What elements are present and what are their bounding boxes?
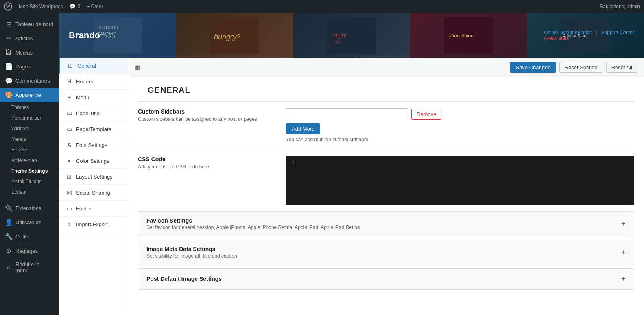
a-new-start-link[interactable]: A new start! (544, 35, 570, 41)
css-code-editor[interactable] (298, 156, 634, 205)
image-meta-desc: Set visibility for image alt, title and … (146, 253, 237, 259)
theme-nav-footer[interactable]: ▭ Footer (59, 201, 128, 217)
font-settings-nav-icon: A (65, 142, 73, 148)
code-editor-wrapper: 1 (286, 156, 634, 205)
css-code-desc: Add your custom CSS code here (138, 164, 276, 170)
sidebar-item-apparence[interactable]: 🎨 Apparence (0, 88, 59, 102)
comments-item[interactable]: 💬 0 (70, 4, 81, 9)
remove-sidebar-button[interactable]: Remove (411, 109, 441, 120)
grid-icon: ▦ (135, 63, 141, 71)
dashboard-label: Tableau de bord (15, 21, 53, 27)
import-export-nav-label: Import/Export (76, 221, 108, 228)
post-default-image-accordion-header[interactable]: Post Default Image Settings + (138, 269, 634, 289)
support-center-link[interactable]: Support Center (601, 30, 634, 35)
medias-label: Médias (15, 50, 33, 56)
layout-settings-nav-label: Layout Settings (76, 174, 113, 180)
submenu-arriere-plan[interactable]: Arrière-plan (0, 155, 59, 166)
theme-nav-header[interactable]: H Header (59, 74, 128, 90)
medias-icon: 🖼 (5, 49, 12, 56)
section-title: GENERAL (138, 77, 634, 101)
reduire-icon: « (5, 264, 12, 271)
general-section: GENERAL Custom Sidebars Custom sidebars … (128, 77, 644, 303)
color-settings-nav-icon: ● (65, 158, 73, 164)
image-meta-title: Image Meta Data Settings (146, 246, 237, 252)
add-more-button[interactable]: Add More (286, 123, 320, 134)
articles-icon: ✏ (5, 35, 12, 42)
custom-sidebars-label: Custom Sidebars (138, 108, 276, 115)
sidebar-item-utilisateurs[interactable]: 👤 Utilisateurs (0, 215, 59, 230)
image-meta-accordion-header[interactable]: Image Meta Data Settings Set visibility … (138, 240, 634, 265)
submenu-themes[interactable]: Thèmes (0, 102, 59, 113)
sidebar-item-pages[interactable]: 📄 Pages (0, 59, 59, 74)
theme-nav-general[interactable]: ⊞ General (59, 58, 128, 74)
sidebar-item-outils[interactable]: 🔧 Outils (0, 230, 59, 244)
theme-nav-import-export[interactable]: ↕ Import/Export (59, 217, 128, 232)
footer-nav-icon: ▭ (65, 205, 73, 212)
reset-section-button[interactable]: Reset Section (559, 62, 603, 73)
submenu-personnaliser[interactable]: Personnaliser (0, 113, 59, 123)
comments-count: 0 (78, 4, 81, 9)
theme-nav-page-title[interactable]: ▭ Page Title (59, 105, 128, 121)
favicon-expand-icon[interactable]: + (621, 219, 626, 229)
theme-toolbar: ▦ Save Changes Reset Section Reset All (128, 58, 644, 77)
post-default-image-accordion: Post Default Image Settings + (138, 268, 634, 290)
sidebar-item-commentaires[interactable]: 💬 Commentaires (0, 74, 59, 88)
online-doc-link[interactable]: Online Documentation (544, 30, 592, 35)
site-name-item[interactable]: Mon Site Wordpress (19, 4, 63, 9)
create-label: + Créer (87, 4, 103, 9)
extensions-icon: 🔌 (5, 204, 12, 212)
reglages-icon: ⚙ (5, 247, 12, 255)
create-item[interactable]: + Créer (87, 4, 103, 9)
social-sharing-nav-icon: ⋈ (65, 189, 73, 196)
wp-logo-item[interactable]: W (4, 2, 12, 11)
sidebar-item-dashboard[interactable]: ⊞ Tableau de bord (0, 17, 59, 31)
post-default-image-expand-icon[interactable]: + (621, 274, 626, 284)
sidebar-item-medias[interactable]: 🖼 Médias (0, 46, 59, 59)
color-settings-nav-label: Color Settings (76, 158, 109, 164)
commentaires-icon: 💬 (5, 77, 12, 85)
site-name: Mon Site Wordpress (19, 4, 63, 9)
wp-body: OUTDOOR CAMPING hungry? Night Club (59, 13, 644, 315)
en-tete-label: En-tête (11, 147, 27, 153)
menu-nav-label: Menu (76, 94, 90, 101)
submenu-widgets[interactable]: Widgets (0, 123, 59, 134)
favicon-desc: Set favicon for general desktop, Apple i… (146, 225, 360, 230)
theme-nav-font-settings[interactable]: A Font Settings (59, 137, 128, 153)
page-title-nav-icon: ▭ (65, 110, 73, 116)
submenu-editeur[interactable]: Éditeur (0, 187, 59, 197)
favicon-title: Favicon Settings (146, 217, 360, 224)
line-number-1: 1 (292, 160, 295, 166)
image-meta-expand-icon[interactable]: + (621, 248, 626, 257)
custom-sidebars-desc: Custom sidebars can be assigned to any p… (138, 116, 276, 122)
submenu-install-plugins[interactable]: Install Plugins (0, 176, 59, 187)
theme-nav-social-sharing[interactable]: ⋈ Social Sharing (59, 185, 128, 201)
utilisateurs-icon: 👤 (5, 219, 12, 226)
submenu-theme-settings[interactable]: Theme Settings (0, 166, 59, 176)
post-default-image-title: Post Default Image Settings (146, 276, 222, 282)
theme-nav-color-settings[interactable]: ● Color Settings (59, 153, 128, 169)
theme-nav-menu[interactable]: ≡ Menu (59, 90, 128, 105)
theme-settings-wrap: ⊞ General H Header ≡ Menu ▭ Page Title ▭ (59, 58, 644, 315)
theme-nav-page-template[interactable]: ▭ Page/Template (59, 121, 128, 137)
css-code-label: CSS Code (138, 156, 276, 162)
header-nav-label: Header (76, 79, 94, 85)
submenu-en-tete[interactable]: En-tête (0, 144, 59, 155)
general-nav-label: General (77, 63, 96, 69)
submenu-menus[interactable]: Menus (0, 134, 59, 144)
reset-all-button[interactable]: Reset All (606, 62, 637, 73)
theme-nav-layout-settings[interactable]: ⊞ Layout Settings (59, 169, 128, 185)
sidebar-item-articles[interactable]: ✏ Articles (0, 31, 59, 46)
header-nav-icon: H (65, 78, 73, 85)
favicon-accordion-header[interactable]: Favicon Settings Set favicon for general… (138, 212, 634, 236)
post-default-image-header-left: Post Default Image Settings (146, 276, 222, 283)
css-code-control: 1 (286, 156, 634, 205)
links-separator: | (596, 30, 597, 35)
apparence-label: Apparence (15, 92, 41, 98)
themes-label: Thèmes (11, 105, 29, 110)
sidebar-item-reduire[interactable]: « Réduire le menu (0, 258, 59, 277)
sidebar-item-extensions[interactable]: 🔌 Extensions (0, 201, 59, 215)
save-changes-button[interactable]: Save Changes (510, 62, 556, 73)
sidebar-item-reglages[interactable]: ⚙ Réglages (0, 244, 59, 258)
custom-sidebar-input[interactable] (286, 108, 408, 120)
menu-separator-1 (0, 199, 59, 199)
